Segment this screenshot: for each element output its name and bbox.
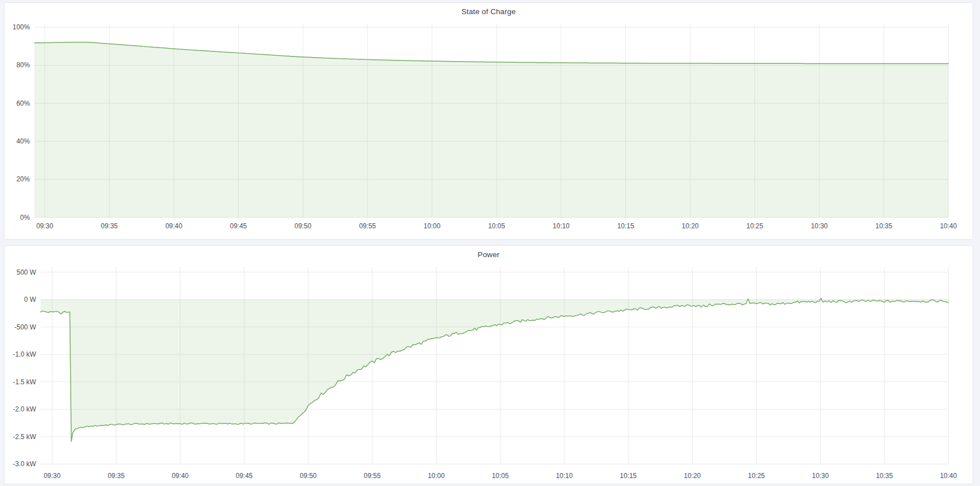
y-axis-tick-label: -1.0 kW	[13, 350, 37, 358]
x-axis-tick-label: 09:30	[36, 222, 53, 230]
y-axis-tick-label: 20%	[16, 175, 30, 183]
y-axis-tick-label: -3.0 kW	[13, 460, 37, 468]
y-axis-tick-label: 80%	[16, 61, 30, 69]
y-axis-tick-label: -1.5 kW	[13, 378, 37, 386]
y-axis-tick-label: 40%	[16, 137, 30, 145]
y-axis-tick-label: 0 W	[24, 296, 37, 303]
x-axis-tick-label: 10:30	[812, 472, 829, 480]
x-axis-tick-label: 10:10	[556, 472, 573, 480]
x-axis-tick-label: 09:45	[230, 222, 247, 230]
soc-panel: State of Charge 100%80%60%40%20%0%09:300…	[4, 2, 973, 240]
power-chart-canvas[interactable]: 500 W0 W-500 W-1.0 kW-1.5 kW-2.0 kW-2.5 …	[5, 246, 973, 484]
x-axis-tick-label: 10:30	[811, 222, 828, 230]
x-axis-tick-label: 10:35	[876, 472, 893, 480]
x-axis-tick-label: 10:15	[620, 472, 637, 480]
x-axis-tick-label: 10:25	[746, 222, 763, 230]
x-axis-tick-label: 09:30	[44, 472, 61, 480]
y-axis-tick-label: 60%	[16, 99, 30, 107]
x-axis-tick-label: 09:45	[236, 472, 253, 480]
y-axis-tick-label: -2.5 kW	[13, 433, 37, 441]
soc-chart-canvas[interactable]: 100%80%60%40%20%0%09:3009:3509:4009:4509…	[5, 3, 973, 239]
x-axis-tick-label: 10:00	[428, 472, 444, 480]
series-fill	[41, 298, 948, 442]
y-axis-tick-label: 100%	[12, 23, 30, 31]
y-axis-tick-label: -500 W	[14, 323, 36, 331]
x-axis-tick-label: 10:35	[875, 222, 892, 230]
x-axis-tick-label: 10:40	[940, 222, 957, 230]
x-axis-tick-label: 09:55	[359, 222, 376, 230]
x-axis-tick-label: 09:50	[295, 222, 312, 230]
power-panel: Power 500 W0 W-500 W-1.0 kW-1.5 kW-2.0 k…	[4, 245, 973, 484]
dashboard-page: State of Charge 100%80%60%40%20%0%09:300…	[0, 0, 980, 486]
x-axis-tick-label: 10:25	[748, 472, 765, 480]
x-axis-tick-label: 10:20	[682, 222, 699, 230]
x-axis-tick-label: 10:00	[424, 222, 441, 230]
x-axis-tick-label: 09:50	[300, 472, 317, 480]
x-axis-tick-label: 10:40	[940, 472, 957, 480]
x-axis-tick-label: 10:10	[552, 222, 569, 230]
x-axis-tick-label: 10:15	[617, 222, 634, 230]
x-axis-tick-label: 09:35	[107, 472, 124, 480]
y-axis-tick-label: 500 W	[16, 268, 36, 276]
x-axis-tick-label: 10:05	[488, 222, 505, 230]
y-axis-tick-label: 0%	[20, 214, 31, 222]
y-axis-tick-label: -2.0 kW	[13, 405, 37, 413]
x-axis-tick-label: 09:40	[172, 472, 189, 480]
x-axis-tick-label: 10:20	[684, 472, 701, 480]
x-axis-tick-label: 09:55	[364, 472, 381, 480]
x-axis-tick-label: 10:05	[492, 472, 509, 480]
x-axis-tick-label: 09:35	[101, 222, 118, 230]
series-fill	[34, 42, 948, 218]
x-axis-tick-label: 09:40	[165, 222, 182, 230]
